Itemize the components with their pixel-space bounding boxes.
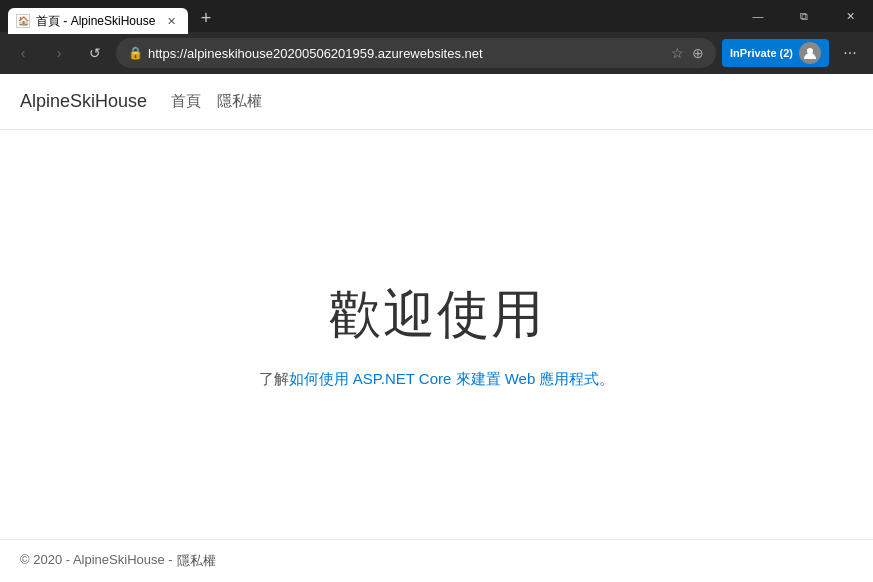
site-header: AlpineSkiHouse 首頁 隱私權 <box>0 74 873 130</box>
new-tab-button[interactable]: + <box>192 4 220 32</box>
footer-privacy-link[interactable]: 隱私權 <box>177 552 216 570</box>
site-brand: AlpineSkiHouse <box>20 91 147 112</box>
sub-link[interactable]: 如何使用 ASP.NET Core 來建置 Web 應用程式 <box>289 370 600 387</box>
address-input[interactable] <box>116 38 716 68</box>
nav-home-link[interactable]: 首頁 <box>171 92 201 111</box>
inprivate-badge[interactable]: InPrivate (2) <box>722 39 829 67</box>
avatar <box>799 42 821 64</box>
inprivate-label: InPrivate (2) <box>730 47 793 59</box>
refresh-button[interactable]: ↺ <box>80 38 110 68</box>
back-button[interactable]: ‹ <box>8 38 38 68</box>
active-tab[interactable]: 🏠 首頁 - AlpineSkiHouse ✕ <box>8 8 188 34</box>
welcome-sub: 了解如何使用 ASP.NET Core 來建置 Web 應用程式。 <box>259 370 615 389</box>
collection-icon[interactable]: ⊕ <box>690 43 706 63</box>
star-icon[interactable]: ☆ <box>669 43 686 63</box>
site-nav: 首頁 隱私權 <box>171 92 262 111</box>
sub-before-text: 了解 <box>259 370 289 387</box>
lock-icon: 🔒 <box>128 46 143 60</box>
forward-button[interactable]: › <box>44 38 74 68</box>
tab-title: 首頁 - AlpineSkiHouse <box>36 13 156 30</box>
window-controls: — ⧉ ✕ <box>735 0 873 32</box>
site-footer: © 2020 - AlpineSkiHouse - 隱私權 <box>0 539 873 582</box>
more-button[interactable]: ··· <box>835 38 865 68</box>
welcome-heading: 歡迎使用 <box>329 280 545 350</box>
addressbar: ‹ › ↺ 🔒 ☆ ⊕ InPrivate (2) ··· <box>0 32 873 74</box>
restore-button[interactable]: ⧉ <box>781 0 827 32</box>
tab-close-button[interactable]: ✕ <box>162 12 180 30</box>
webpage: AlpineSkiHouse 首頁 隱私權 歡迎使用 了解如何使用 ASP.NE… <box>0 74 873 582</box>
tab-bar: 🏠 首頁 - AlpineSkiHouse ✕ + <box>8 0 735 32</box>
close-button[interactable]: ✕ <box>827 0 873 32</box>
address-icons: ☆ ⊕ <box>669 43 706 63</box>
address-wrap: 🔒 ☆ ⊕ <box>116 38 716 68</box>
minimize-button[interactable]: — <box>735 0 781 32</box>
footer-copyright: © 2020 - AlpineSkiHouse - <box>20 552 173 570</box>
titlebar: 🏠 首頁 - AlpineSkiHouse ✕ + — ⧉ ✕ <box>0 0 873 32</box>
sub-after-text: 。 <box>599 370 614 387</box>
tab-favicon: 🏠 <box>16 14 30 28</box>
site-main: 歡迎使用 了解如何使用 ASP.NET Core 來建置 Web 應用程式。 <box>0 130 873 539</box>
nav-privacy-link[interactable]: 隱私權 <box>217 92 262 111</box>
